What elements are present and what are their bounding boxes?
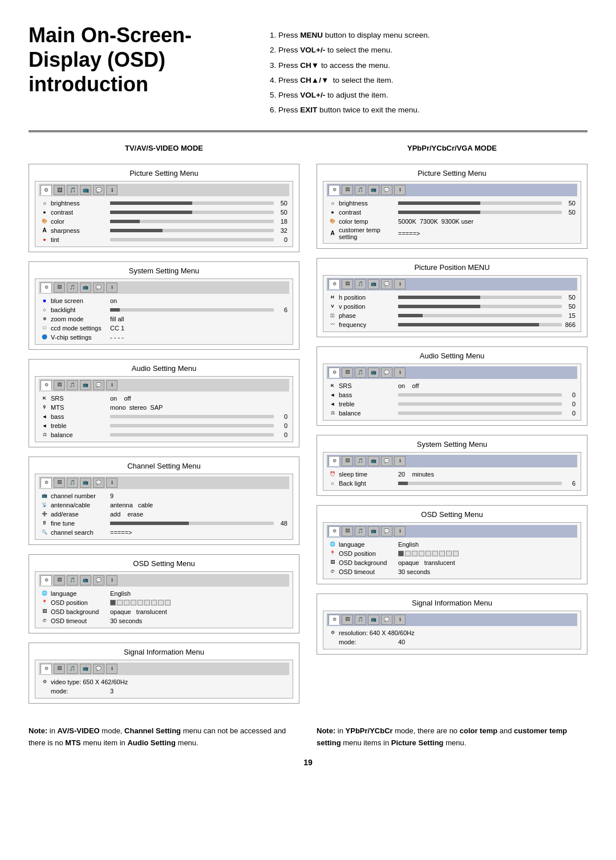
resolution-icon: ⚙ — [329, 629, 337, 637]
left-color-row: 🎨 color 18 — [39, 217, 289, 226]
right-system-title: System Setting Menu — [323, 440, 581, 449]
customer-temp-row: A customer temp setting =====> — [327, 226, 577, 241]
rtab-o5: 💬 — [381, 526, 392, 536]
instruction-3: Press CH▼ to access the menu. — [278, 59, 587, 72]
left-contrast-row: ● contrast 50 — [39, 208, 289, 217]
right-contrast-bar — [398, 211, 562, 214]
tab-o3: 🎵 — [67, 575, 78, 586]
color-temp-row: 🎨 color temp 5000K 7300K 9300K user — [327, 217, 577, 226]
tab-channel-icon: 📺 — [80, 185, 91, 195]
zoom-mode-row: ⊕ zoom mode fill all — [39, 314, 289, 324]
rtab-s1: ⚙ — [329, 456, 340, 466]
osd-timeout-row-right: ⏱ OSD timeout 30 seconds — [327, 567, 577, 576]
rtab-p1: ⚙ — [329, 185, 340, 195]
rtab-o3: 🎵 — [355, 526, 366, 536]
right-osd-setting-block: OSD Setting Menu ⚙ 🖼 🎵 📺 💬 ℹ 🌐 language … — [317, 505, 587, 584]
channel-number-row: 📺 channel number 9 — [39, 491, 289, 500]
phase-icon: ◫ — [329, 312, 337, 320]
bass-bar-right — [398, 393, 562, 397]
rtab-p3: 🎵 — [355, 185, 366, 195]
left-audio-setting-block: Audio Setting Menu ⚙ 🖼 🎵 📺 💬 ℹ K SRS on … — [29, 359, 299, 447]
language-row-right: 🌐 language English — [327, 540, 577, 549]
tab-o1: ⚙ — [40, 575, 52, 586]
right-picture-tabs: ⚙ 🖼 🎵 📺 💬 ℹ — [327, 184, 577, 196]
v-position-icon: V — [329, 302, 337, 310]
left-osd-setting-block: OSD Setting Menu ⚙ 🖼 🎵 📺 💬 ℹ 🌐 language … — [29, 554, 299, 633]
antenna-cable-row: 📡 antenna/cable antenna cable — [39, 500, 289, 510]
h-position-icon: H — [329, 293, 337, 301]
left-osd-tabs: ⚙ 🖼 🎵 📺 💬 ℹ — [39, 574, 289, 587]
rtab-o2: 🖼 — [342, 526, 353, 536]
brightness-icon: ☼ — [40, 199, 48, 207]
rtab-pp3: 🎵 — [355, 279, 366, 289]
rtab-p2: 🖼 — [342, 185, 353, 195]
tab-si2: 🖼 — [54, 664, 65, 674]
right-column: YPbPr/YCbCr/VGA MODE Picture Setting Men… — [317, 144, 587, 704]
rtab-o4: 📺 — [368, 526, 379, 536]
mts-icon: 🎙 — [40, 403, 48, 411]
tab-a1: ⚙ — [40, 380, 52, 390]
tab-si5: 💬 — [93, 664, 104, 674]
picture-position-block: Picture Position MENU ⚙ 🖼 🎵 📺 💬 ℹ H h po… — [317, 258, 587, 337]
instruction-6: Press EXIT button twice to exit the menu… — [278, 103, 587, 117]
right-audio-title: Audio Setting Menu — [323, 352, 581, 360]
mode-row-right: mode: 40 — [327, 637, 577, 647]
tab-s4: 📺 — [80, 282, 91, 293]
title-area: Main On-Screen-Display (OSD) introductio… — [29, 23, 245, 103]
instruction-5: Press VOL+/- to adjust the item. — [278, 88, 587, 102]
right-signal-title: Signal Information Menu — [323, 599, 581, 607]
rtab-s2: 🖼 — [342, 456, 353, 466]
rtab-a3: 🎵 — [355, 368, 366, 378]
treble-icon-left: ◄ — [40, 422, 48, 430]
balance-bar-left — [110, 433, 274, 437]
rtab-s6: ℹ — [394, 456, 406, 466]
right-picture-title: Picture Setting Menu — [323, 169, 581, 177]
rtab-s3: 🎵 — [355, 456, 366, 466]
tab-c4: 📺 — [80, 478, 91, 488]
balance-row-right: ⚖ balance 0 — [327, 409, 577, 418]
tab-a4: 📺 — [80, 380, 91, 390]
tab-s6: ℹ — [106, 282, 117, 293]
instruction-4: Press CH▲/▼ to select the item. — [278, 74, 587, 87]
tab-o5: 💬 — [93, 575, 104, 586]
channel-number-icon: 📺 — [40, 492, 48, 500]
footer-notes: Note: in AV/S-VIDEO mode, Channel Settin… — [29, 714, 587, 749]
rtab-pp5: 💬 — [381, 279, 392, 289]
osd-position-row-right: 📍 OSD position — [327, 549, 577, 558]
bass-icon-right: ◄ — [329, 391, 337, 399]
right-osd-screenshot: ⚙ 🖼 🎵 📺 💬 ℹ 🌐 language English 📍 OSD pos… — [323, 522, 581, 579]
bass-row-right: ◄ bass 0 — [327, 390, 577, 399]
left-signal-screenshot: ⚙ 🖼 🎵 📺 💬 ℹ ⚙ video type: 650 X 462/60Hz… — [35, 660, 293, 699]
contrast-bar — [110, 211, 274, 214]
right-signal-screenshot: ⚙ 🖼 🎵 📺 💬 ℹ ⚙ resolution: 640 X 480/60Hz… — [323, 611, 581, 649]
osd-position-icon-right: 📍 — [329, 550, 337, 558]
picture-position-tabs: ⚙ 🖼 🎵 📺 💬 ℹ — [327, 278, 577, 290]
tab-o2: 🖼 — [54, 575, 65, 586]
left-system-title: System Setting Menu — [35, 267, 293, 275]
left-audio-screenshot: ⚙ 🖼 🎵 📺 💬 ℹ K SRS on off 🎙 MTS mono ster… — [35, 376, 293, 442]
v-position-row: V v position 50 — [327, 302, 577, 311]
channel-setting-block: Channel Setting Menu ⚙ 🖼 🎵 📺 💬 ℹ 📺 chann… — [29, 457, 299, 545]
frequency-icon: 〰 — [329, 321, 337, 329]
right-brightness-bar — [398, 201, 562, 205]
tab-si6: ℹ — [106, 664, 117, 674]
balance-icon-right: ⚖ — [329, 409, 337, 417]
left-col-header: TV/AV/S-VIDEO MODE — [29, 144, 299, 152]
instruction-2: Press VOL+/- to select the menu. — [278, 43, 587, 57]
left-sharpness-row: A sharpness 32 — [39, 226, 289, 235]
rtab-a4: 📺 — [368, 368, 379, 378]
osd-bg-row-right: 🖼 OSD background opaque translucent — [327, 558, 577, 567]
blue-screen-row: ■ blue screen on — [39, 296, 289, 305]
left-picture-title: Picture Setting Menu — [35, 169, 293, 177]
osd-position-bar-right — [398, 551, 459, 556]
customer-temp-icon: A — [329, 229, 337, 237]
color-bar — [110, 220, 274, 223]
rtab-a2: 🖼 — [342, 368, 353, 378]
right-signal-tabs: ⚙ 🖼 🎵 📺 💬 ℹ — [327, 613, 577, 626]
left-picture-setting-block: Picture Setting Menu ⚙ 🖼 🎵 📺 💬 ℹ ☼ brigh… — [29, 164, 299, 252]
mode-icon-right — [329, 638, 337, 646]
brightness-bar — [110, 201, 274, 205]
tab-c1: ⚙ — [40, 478, 52, 488]
rtab-s4: 📺 — [368, 456, 379, 466]
video-type-row: ⚙ video type: 650 X 462/60Hz — [39, 677, 289, 687]
